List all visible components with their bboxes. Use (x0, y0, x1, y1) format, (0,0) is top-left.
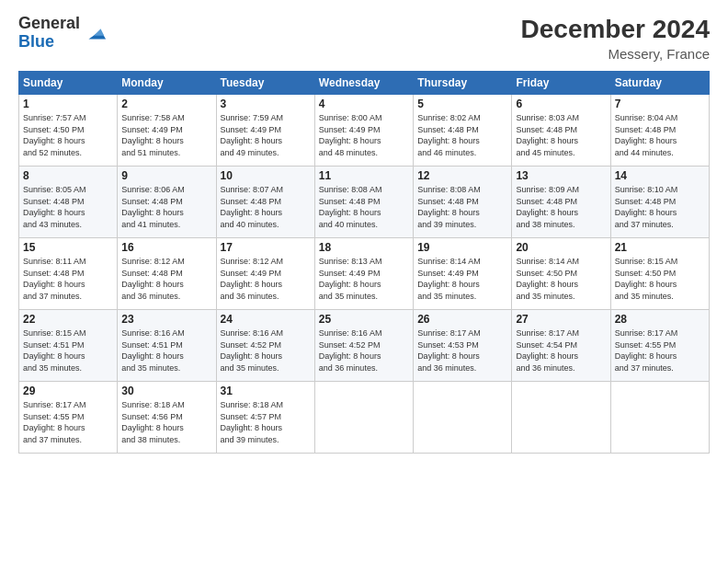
table-row: 2Sunrise: 7:58 AM Sunset: 4:49 PM Daylig… (118, 95, 216, 167)
day-info: Sunrise: 7:58 AM Sunset: 4:49 PM Dayligh… (121, 112, 211, 158)
table-row: 17Sunrise: 8:12 AM Sunset: 4:49 PM Dayli… (216, 238, 314, 310)
table-row: 1Sunrise: 7:57 AM Sunset: 4:50 PM Daylig… (19, 95, 118, 167)
logo-text: General Blue (18, 15, 80, 52)
day-number: 25 (319, 313, 409, 326)
table-row (314, 382, 413, 454)
header: General Blue December 2024 Messery, Fran… (18, 15, 710, 62)
table-row (414, 382, 512, 454)
calendar-week-row: 8Sunrise: 8:05 AM Sunset: 4:48 PM Daylig… (19, 167, 710, 238)
day-number: 29 (23, 385, 113, 397)
table-row: 28Sunrise: 8:17 AM Sunset: 4:55 PM Dayli… (610, 310, 709, 382)
logo-icon (82, 20, 108, 46)
calendar-title: December 2024 (521, 15, 710, 44)
table-row: 23Sunrise: 8:16 AM Sunset: 4:51 PM Dayli… (118, 310, 216, 382)
day-number: 30 (121, 385, 211, 397)
day-number: 10 (221, 169, 311, 182)
day-number: 31 (221, 385, 311, 397)
day-info: Sunrise: 8:17 AM Sunset: 4:55 PM Dayligh… (23, 399, 113, 445)
day-number: 7 (615, 98, 705, 110)
day-info: Sunrise: 8:14 AM Sunset: 4:50 PM Dayligh… (516, 256, 606, 302)
col-friday: Friday (512, 72, 610, 95)
day-number: 18 (319, 241, 409, 254)
svg-marker-1 (94, 29, 104, 35)
day-number: 3 (221, 98, 311, 110)
day-info: Sunrise: 8:18 AM Sunset: 4:56 PM Dayligh… (121, 399, 211, 445)
col-tuesday: Tuesday (216, 72, 314, 95)
calendar-week-row: 15Sunrise: 8:11 AM Sunset: 4:48 PM Dayli… (19, 238, 710, 310)
day-number: 12 (417, 169, 507, 182)
day-number: 1 (23, 98, 113, 110)
table-row: 30Sunrise: 8:18 AM Sunset: 4:56 PM Dayli… (118, 382, 216, 454)
calendar-week-row: 29Sunrise: 8:17 AM Sunset: 4:55 PM Dayli… (19, 382, 710, 454)
calendar-subtitle: Messery, France (521, 46, 710, 62)
col-monday: Monday (118, 72, 216, 95)
day-info: Sunrise: 8:16 AM Sunset: 4:52 PM Dayligh… (319, 327, 409, 373)
day-number: 6 (516, 98, 606, 110)
table-row: 8Sunrise: 8:05 AM Sunset: 4:48 PM Daylig… (19, 167, 118, 238)
day-number: 21 (615, 241, 705, 254)
title-block: December 2024 Messery, France (521, 15, 710, 62)
table-row: 10Sunrise: 8:07 AM Sunset: 4:48 PM Dayli… (216, 167, 314, 238)
day-info: Sunrise: 8:14 AM Sunset: 4:49 PM Dayligh… (417, 256, 507, 302)
table-row: 18Sunrise: 8:13 AM Sunset: 4:49 PM Dayli… (314, 238, 413, 310)
day-info: Sunrise: 8:10 AM Sunset: 4:48 PM Dayligh… (615, 184, 705, 230)
table-row: 13Sunrise: 8:09 AM Sunset: 4:48 PM Dayli… (512, 167, 610, 238)
calendar-header-row: Sunday Monday Tuesday Wednesday Thursday… (19, 72, 710, 95)
day-number: 22 (23, 313, 113, 326)
day-info: Sunrise: 8:16 AM Sunset: 4:51 PM Dayligh… (121, 327, 211, 373)
table-row: 20Sunrise: 8:14 AM Sunset: 4:50 PM Dayli… (512, 238, 610, 310)
table-row: 14Sunrise: 8:10 AM Sunset: 4:48 PM Dayli… (610, 167, 709, 238)
table-row: 29Sunrise: 8:17 AM Sunset: 4:55 PM Dayli… (19, 382, 118, 454)
table-row: 4Sunrise: 8:00 AM Sunset: 4:49 PM Daylig… (314, 95, 413, 167)
day-info: Sunrise: 8:16 AM Sunset: 4:52 PM Dayligh… (221, 327, 311, 373)
table-row: 3Sunrise: 7:59 AM Sunset: 4:49 PM Daylig… (216, 95, 314, 167)
day-number: 5 (417, 98, 507, 110)
calendar-week-row: 1Sunrise: 7:57 AM Sunset: 4:50 PM Daylig… (19, 95, 710, 167)
day-info: Sunrise: 8:18 AM Sunset: 4:57 PM Dayligh… (221, 399, 311, 445)
day-number: 9 (121, 169, 211, 182)
table-row: 7Sunrise: 8:04 AM Sunset: 4:48 PM Daylig… (610, 95, 709, 167)
calendar-week-row: 22Sunrise: 8:15 AM Sunset: 4:51 PM Dayli… (19, 310, 710, 382)
day-info: Sunrise: 8:07 AM Sunset: 4:48 PM Dayligh… (221, 184, 311, 230)
day-info: Sunrise: 8:08 AM Sunset: 4:48 PM Dayligh… (319, 184, 409, 230)
day-info: Sunrise: 8:09 AM Sunset: 4:48 PM Dayligh… (516, 184, 606, 230)
table-row: 24Sunrise: 8:16 AM Sunset: 4:52 PM Dayli… (216, 310, 314, 382)
day-info: Sunrise: 7:59 AM Sunset: 4:49 PM Dayligh… (221, 112, 311, 158)
day-info: Sunrise: 7:57 AM Sunset: 4:50 PM Dayligh… (23, 112, 113, 158)
day-info: Sunrise: 8:17 AM Sunset: 4:55 PM Dayligh… (615, 327, 705, 373)
table-row: 6Sunrise: 8:03 AM Sunset: 4:48 PM Daylig… (512, 95, 610, 167)
day-number: 17 (221, 241, 311, 254)
table-row: 5Sunrise: 8:02 AM Sunset: 4:48 PM Daylig… (414, 95, 512, 167)
table-row: 21Sunrise: 8:15 AM Sunset: 4:50 PM Dayli… (610, 238, 709, 310)
day-info: Sunrise: 8:15 AM Sunset: 4:50 PM Dayligh… (615, 256, 705, 302)
logo: General Blue (18, 15, 108, 52)
day-info: Sunrise: 8:04 AM Sunset: 4:48 PM Dayligh… (615, 112, 705, 158)
day-number: 15 (23, 241, 113, 254)
day-info: Sunrise: 8:02 AM Sunset: 4:48 PM Dayligh… (417, 112, 507, 158)
table-row: 25Sunrise: 8:16 AM Sunset: 4:52 PM Dayli… (314, 310, 413, 382)
table-row (512, 382, 610, 454)
day-number: 23 (121, 313, 211, 326)
table-row: 12Sunrise: 8:08 AM Sunset: 4:48 PM Dayli… (414, 167, 512, 238)
col-thursday: Thursday (414, 72, 512, 95)
day-info: Sunrise: 8:13 AM Sunset: 4:49 PM Dayligh… (319, 256, 409, 302)
table-row: 22Sunrise: 8:15 AM Sunset: 4:51 PM Dayli… (19, 310, 118, 382)
day-info: Sunrise: 8:12 AM Sunset: 4:48 PM Dayligh… (121, 256, 211, 302)
col-saturday: Saturday (610, 72, 709, 95)
day-info: Sunrise: 8:11 AM Sunset: 4:48 PM Dayligh… (23, 256, 113, 302)
col-sunday: Sunday (19, 72, 118, 95)
day-number: 4 (319, 98, 409, 110)
table-row: 27Sunrise: 8:17 AM Sunset: 4:54 PM Dayli… (512, 310, 610, 382)
table-row: 16Sunrise: 8:12 AM Sunset: 4:48 PM Dayli… (118, 238, 216, 310)
day-info: Sunrise: 8:08 AM Sunset: 4:48 PM Dayligh… (417, 184, 507, 230)
calendar-table: Sunday Monday Tuesday Wednesday Thursday… (18, 71, 710, 454)
table-row: 15Sunrise: 8:11 AM Sunset: 4:48 PM Dayli… (19, 238, 118, 310)
day-number: 11 (319, 169, 409, 182)
day-number: 8 (23, 169, 113, 182)
day-number: 2 (121, 98, 211, 110)
table-row: 31Sunrise: 8:18 AM Sunset: 4:57 PM Dayli… (216, 382, 314, 454)
table-row: 9Sunrise: 8:06 AM Sunset: 4:48 PM Daylig… (118, 167, 216, 238)
day-number: 13 (516, 169, 606, 182)
day-info: Sunrise: 8:15 AM Sunset: 4:51 PM Dayligh… (23, 327, 113, 373)
day-number: 26 (417, 313, 507, 326)
